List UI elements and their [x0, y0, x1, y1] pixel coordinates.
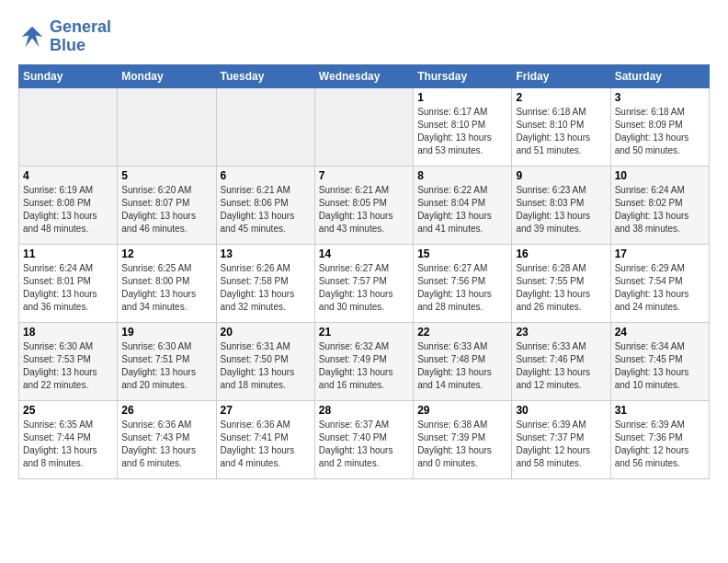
calendar-cell: 25Sunrise: 6:35 AM Sunset: 7:44 PM Dayli…: [19, 400, 118, 478]
calendar-cell: 12Sunrise: 6:25 AM Sunset: 8:00 PM Dayli…: [118, 244, 216, 322]
day-number: 6: [221, 169, 311, 182]
weekday-header-monday: Monday: [118, 64, 216, 87]
day-number: 19: [121, 326, 211, 339]
calendar-cell: 28Sunrise: 6:37 AM Sunset: 7:40 PM Dayli…: [314, 400, 413, 478]
day-info: Sunrise: 6:27 AM Sunset: 7:56 PM Dayligh…: [417, 262, 507, 314]
weekday-header-saturday: Saturday: [610, 64, 709, 87]
day-number: 2: [516, 91, 606, 104]
day-number: 30: [516, 404, 606, 417]
calendar-header-row: SundayMondayTuesdayWednesdayThursdayFrid…: [19, 64, 710, 87]
day-info: Sunrise: 6:28 AM Sunset: 7:55 PM Dayligh…: [516, 262, 606, 314]
calendar-week-5: 25Sunrise: 6:35 AM Sunset: 7:44 PM Dayli…: [19, 400, 710, 478]
day-number: 16: [516, 247, 606, 260]
day-info: Sunrise: 6:23 AM Sunset: 8:03 PM Dayligh…: [516, 184, 606, 236]
calendar-cell: 24Sunrise: 6:34 AM Sunset: 7:45 PM Dayli…: [610, 322, 709, 400]
calendar-cell: 23Sunrise: 6:33 AM Sunset: 7:46 PM Dayli…: [512, 322, 610, 400]
day-number: 24: [615, 326, 705, 339]
day-info: Sunrise: 6:21 AM Sunset: 8:06 PM Dayligh…: [221, 184, 311, 236]
day-number: 1: [417, 91, 507, 104]
day-info: Sunrise: 6:18 AM Sunset: 8:10 PM Dayligh…: [516, 106, 606, 157]
calendar-cell: 16Sunrise: 6:28 AM Sunset: 7:55 PM Dayli…: [512, 244, 610, 322]
day-number: 22: [417, 326, 507, 339]
calendar-cell: 4Sunrise: 6:19 AM Sunset: 8:08 PM Daylig…: [19, 166, 118, 244]
day-info: Sunrise: 6:32 AM Sunset: 7:49 PM Dayligh…: [319, 340, 409, 392]
day-info: Sunrise: 6:18 AM Sunset: 8:09 PM Dayligh…: [615, 106, 705, 157]
day-info: Sunrise: 6:37 AM Sunset: 7:40 PM Dayligh…: [319, 419, 409, 470]
calendar-cell: 19Sunrise: 6:30 AM Sunset: 7:51 PM Dayli…: [118, 322, 216, 400]
logo-blue: Blue: [50, 36, 85, 54]
day-number: 21: [319, 326, 409, 339]
day-info: Sunrise: 6:26 AM Sunset: 7:58 PM Dayligh…: [221, 262, 311, 314]
day-info: Sunrise: 6:22 AM Sunset: 8:04 PM Dayligh…: [417, 184, 507, 236]
day-info: Sunrise: 6:31 AM Sunset: 7:50 PM Dayligh…: [221, 340, 311, 392]
day-number: 15: [417, 247, 507, 260]
day-info: Sunrise: 6:30 AM Sunset: 7:51 PM Dayligh…: [121, 340, 211, 392]
calendar-cell: [216, 87, 314, 166]
calendar-cell: 15Sunrise: 6:27 AM Sunset: 7:56 PM Dayli…: [414, 244, 512, 322]
day-number: 14: [319, 247, 409, 260]
weekday-header-thursday: Thursday: [414, 64, 512, 87]
calendar-cell: 27Sunrise: 6:36 AM Sunset: 7:41 PM Dayli…: [216, 400, 314, 478]
day-info: Sunrise: 6:24 AM Sunset: 8:01 PM Dayligh…: [23, 262, 113, 314]
day-info: Sunrise: 6:25 AM Sunset: 8:00 PM Dayligh…: [121, 262, 211, 314]
day-number: 20: [221, 326, 311, 339]
calendar-week-3: 11Sunrise: 6:24 AM Sunset: 8:01 PM Dayli…: [19, 244, 710, 322]
day-number: 29: [417, 404, 507, 417]
page-header: General Blue: [18, 18, 710, 55]
logo-general: General: [50, 17, 111, 36]
calendar-week-4: 18Sunrise: 6:30 AM Sunset: 7:53 PM Dayli…: [19, 322, 710, 400]
weekday-header-friday: Friday: [512, 64, 610, 87]
day-info: Sunrise: 6:33 AM Sunset: 7:48 PM Dayligh…: [417, 340, 507, 392]
day-info: Sunrise: 6:29 AM Sunset: 7:54 PM Dayligh…: [615, 262, 705, 314]
calendar-cell: 30Sunrise: 6:39 AM Sunset: 7:37 PM Dayli…: [512, 400, 610, 478]
calendar-cell: 9Sunrise: 6:23 AM Sunset: 8:03 PM Daylig…: [512, 166, 610, 244]
calendar-cell: 13Sunrise: 6:26 AM Sunset: 7:58 PM Dayli…: [216, 244, 314, 322]
day-info: Sunrise: 6:20 AM Sunset: 8:07 PM Dayligh…: [121, 184, 211, 236]
day-number: 17: [615, 247, 705, 260]
day-number: 12: [121, 247, 211, 260]
day-number: 7: [319, 169, 409, 182]
day-info: Sunrise: 6:38 AM Sunset: 7:39 PM Dayligh…: [417, 419, 507, 470]
day-info: Sunrise: 6:21 AM Sunset: 8:05 PM Dayligh…: [319, 184, 409, 236]
day-info: Sunrise: 6:39 AM Sunset: 7:36 PM Dayligh…: [615, 419, 705, 470]
day-number: 27: [221, 404, 311, 417]
day-info: Sunrise: 6:36 AM Sunset: 7:41 PM Dayligh…: [221, 419, 311, 470]
calendar-cell: 29Sunrise: 6:38 AM Sunset: 7:39 PM Dayli…: [414, 400, 512, 478]
svg-marker-0: [22, 27, 43, 48]
day-info: Sunrise: 6:17 AM Sunset: 8:10 PM Dayligh…: [417, 106, 507, 157]
day-info: Sunrise: 6:34 AM Sunset: 7:45 PM Dayligh…: [615, 340, 705, 392]
day-number: 5: [121, 169, 211, 182]
calendar-cell: 20Sunrise: 6:31 AM Sunset: 7:50 PM Dayli…: [216, 322, 314, 400]
logo-text: General Blue: [50, 18, 111, 55]
day-number: 4: [23, 169, 113, 182]
calendar-cell: 3Sunrise: 6:18 AM Sunset: 8:09 PM Daylig…: [610, 87, 709, 166]
day-number: 13: [221, 247, 311, 260]
logo-icon: [18, 23, 46, 51]
calendar-cell: 18Sunrise: 6:30 AM Sunset: 7:53 PM Dayli…: [19, 322, 118, 400]
calendar-cell: 22Sunrise: 6:33 AM Sunset: 7:48 PM Dayli…: [414, 322, 512, 400]
weekday-header-tuesday: Tuesday: [216, 64, 314, 87]
day-number: 28: [319, 404, 409, 417]
weekday-header-sunday: Sunday: [19, 64, 118, 87]
calendar-cell: 1Sunrise: 6:17 AM Sunset: 8:10 PM Daylig…: [414, 87, 512, 166]
day-info: Sunrise: 6:39 AM Sunset: 7:37 PM Dayligh…: [516, 419, 606, 470]
calendar-cell: 11Sunrise: 6:24 AM Sunset: 8:01 PM Dayli…: [19, 244, 118, 322]
day-number: 8: [417, 169, 507, 182]
calendar-cell: 21Sunrise: 6:32 AM Sunset: 7:49 PM Dayli…: [314, 322, 413, 400]
calendar-cell: 14Sunrise: 6:27 AM Sunset: 7:57 PM Dayli…: [314, 244, 413, 322]
calendar-week-1: 1Sunrise: 6:17 AM Sunset: 8:10 PM Daylig…: [19, 87, 710, 166]
calendar-cell: 6Sunrise: 6:21 AM Sunset: 8:06 PM Daylig…: [216, 166, 314, 244]
day-number: 3: [615, 91, 705, 104]
day-info: Sunrise: 6:33 AM Sunset: 7:46 PM Dayligh…: [516, 340, 606, 392]
calendar-cell: 2Sunrise: 6:18 AM Sunset: 8:10 PM Daylig…: [512, 87, 610, 166]
day-number: 31: [615, 404, 705, 417]
day-number: 26: [121, 404, 211, 417]
day-info: Sunrise: 6:24 AM Sunset: 8:02 PM Dayligh…: [615, 184, 705, 236]
calendar-cell: 17Sunrise: 6:29 AM Sunset: 7:54 PM Dayli…: [610, 244, 709, 322]
day-info: Sunrise: 6:35 AM Sunset: 7:44 PM Dayligh…: [23, 419, 113, 470]
day-number: 9: [516, 169, 606, 182]
calendar-cell: 8Sunrise: 6:22 AM Sunset: 8:04 PM Daylig…: [414, 166, 512, 244]
logo: General Blue: [18, 18, 111, 55]
day-info: Sunrise: 6:36 AM Sunset: 7:43 PM Dayligh…: [121, 419, 211, 470]
day-number: 23: [516, 326, 606, 339]
